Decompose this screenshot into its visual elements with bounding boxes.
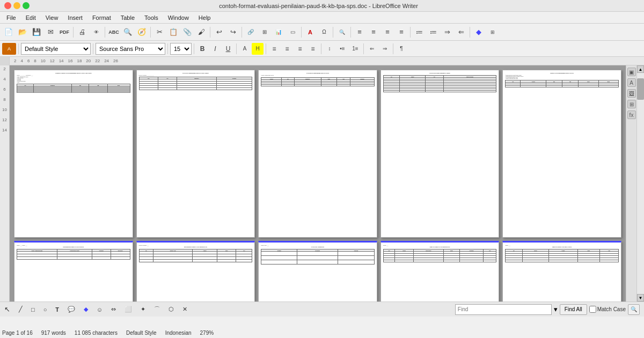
page-thumb-9[interactable]: Nama: ___ REKAP PENILAIAN MINGGUAN NoNam… bbox=[380, 241, 500, 302]
bold-button[interactable]: B bbox=[196, 43, 208, 55]
menu-help[interactable]: Help bbox=[194, 13, 215, 22]
draw-ellipse-icon[interactable]: ○ bbox=[43, 306, 47, 313]
copy-button[interactable]: 📋 bbox=[167, 26, 180, 39]
draw-rect-icon[interactable]: □ bbox=[31, 306, 35, 313]
fmt-num-list[interactable]: 1≡ bbox=[349, 43, 361, 55]
menu-file[interactable]: File bbox=[2, 13, 20, 22]
draw-delete-icon[interactable]: ✕ bbox=[182, 306, 187, 313]
draw-text-icon[interactable]: T bbox=[55, 306, 59, 313]
page-thumb-2[interactable]: CATATAN PERKEMBANGAN ANAK DIDIK Nama Lem… bbox=[136, 70, 255, 238]
underline-button[interactable]: U bbox=[222, 43, 234, 55]
sidebar-icon-4[interactable]: ⊞ bbox=[627, 100, 636, 108]
font-name-select[interactable]: Source Sans Pro bbox=[96, 43, 165, 55]
open-button[interactable]: 📂 bbox=[16, 26, 29, 39]
page-thumb-1[interactable]: FORMAT PENILAIAN PERKEMBANGAN ANAK USIA … bbox=[14, 70, 133, 238]
match-case-checkbox[interactable] bbox=[589, 306, 596, 313]
draw-curve-icon[interactable]: ⌒ bbox=[154, 305, 160, 313]
numbered-list-button[interactable]: ≔ bbox=[427, 26, 440, 39]
table-button[interactable]: ⊞ bbox=[258, 26, 271, 39]
preview-button[interactable]: 👁 bbox=[90, 26, 103, 39]
find2-button[interactable]: 🔍 bbox=[335, 26, 348, 39]
justify-button[interactable]: ≡ bbox=[395, 26, 408, 39]
highlight-button[interactable]: H bbox=[252, 43, 264, 55]
menu-insert[interactable]: Insert bbox=[63, 13, 87, 22]
pdf-button[interactable]: PDF bbox=[58, 26, 71, 39]
page-thumb-4[interactable]: DAFTAR HADIR PESERTA DIDIK NoNamaL/PTand… bbox=[380, 70, 500, 238]
save-button[interactable]: 💾 bbox=[30, 26, 43, 39]
draw-line-icon[interactable]: ╱ bbox=[19, 306, 23, 313]
fmt-outdent[interactable]: ⇐ bbox=[366, 43, 378, 55]
find-close-button[interactable]: 🔍 bbox=[628, 304, 640, 315]
scroll-up-button[interactable]: ▲ bbox=[637, 65, 644, 73]
sidebar-icon-1[interactable]: ▣ bbox=[627, 68, 636, 76]
fmt-align-right[interactable]: ≡ bbox=[294, 43, 306, 55]
styles-icon[interactable]: A bbox=[2, 43, 16, 55]
find-input[interactable] bbox=[455, 304, 552, 315]
format-paint-button[interactable]: 🖌 bbox=[195, 26, 208, 39]
fmt-bullet-list[interactable]: •≡ bbox=[336, 43, 348, 55]
menu-table[interactable]: Table bbox=[116, 13, 139, 22]
close-button[interactable] bbox=[4, 2, 11, 9]
draw-arrow-icon[interactable]: ⇔ bbox=[111, 306, 116, 313]
chart-button[interactable]: 📊 bbox=[272, 26, 285, 39]
menu-window[interactable]: Window bbox=[164, 13, 193, 22]
spell-button[interactable]: ABC bbox=[107, 26, 120, 39]
scroll-thumb[interactable] bbox=[637, 78, 644, 100]
email-button[interactable]: ✉ bbox=[44, 26, 57, 39]
fmt-align-center[interactable]: ≡ bbox=[281, 43, 293, 55]
draw-smiley-icon[interactable]: ☺ bbox=[97, 306, 103, 313]
outdent-button[interactable]: ⇐ bbox=[455, 26, 467, 39]
undo-button[interactable]: ↩ bbox=[213, 26, 225, 39]
indent-button[interactable]: ⇒ bbox=[441, 26, 453, 39]
draw-shape-icon[interactable]: ◆ bbox=[84, 306, 88, 313]
paste-button[interactable]: 📎 bbox=[181, 26, 194, 39]
extras-button[interactable]: ⊞ bbox=[486, 26, 499, 39]
fmt-align-left[interactable]: ≡ bbox=[268, 43, 280, 55]
vertical-scrollbar[interactable]: ▲ ▼ bbox=[636, 65, 644, 302]
frame-button[interactable]: ▭ bbox=[286, 26, 299, 39]
bullet-list-button[interactable]: ≔ bbox=[413, 26, 426, 39]
draw-select-icon[interactable]: ↖ bbox=[4, 305, 10, 313]
menu-format[interactable]: Format bbox=[88, 13, 115, 22]
fmt-indent[interactable]: ⇒ bbox=[379, 43, 391, 55]
sidebar-icon-3[interactable]: 🖼 bbox=[627, 89, 636, 98]
draw-callout-icon[interactable]: 💬 bbox=[68, 306, 75, 313]
align-right-button[interactable]: ≡ bbox=[381, 26, 394, 39]
sidebar-icon-2[interactable]: A bbox=[627, 78, 636, 87]
fontwork-button[interactable]: A bbox=[304, 26, 317, 39]
scroll-down-button[interactable]: ▼ bbox=[637, 294, 644, 302]
find-all-button[interactable]: Find All bbox=[560, 304, 587, 315]
menu-view[interactable]: View bbox=[41, 13, 63, 22]
paragraph-button[interactable]: ¶ bbox=[396, 43, 407, 55]
align-center-button[interactable]: ≡ bbox=[367, 26, 380, 39]
page-thumb-7[interactable]: Nama Lembaga: ___ PROSEDUR PENILAIAN MIN… bbox=[136, 241, 255, 302]
find-dropdown-button[interactable]: ▾ bbox=[554, 305, 558, 313]
paragraph-style-select[interactable]: Default Style bbox=[21, 43, 91, 55]
font-size-select[interactable]: 15 bbox=[170, 43, 192, 55]
page-thumb-6[interactable]: Nama: ___ Kelas: ___ PROSEDUR PENILAIAN … bbox=[14, 241, 133, 302]
page-thumb-3[interactable]: LAPORAN PERKEMBANGAN ANAK ASPEK PERKEMBA… bbox=[258, 70, 377, 238]
minimize-button[interactable] bbox=[13, 2, 20, 9]
fmt-justify[interactable]: ≡ bbox=[307, 43, 319, 55]
window-controls[interactable] bbox=[4, 2, 30, 9]
draw-flowchart-icon[interactable]: ⬜ bbox=[125, 306, 132, 313]
page-thumb-10[interactable]: Nama: ___ REKAP PENILAIAN BULANAN NoNama… bbox=[502, 241, 621, 302]
cut-button[interactable]: ✂ bbox=[153, 26, 166, 39]
print-button[interactable]: 🖨 bbox=[76, 26, 89, 39]
draw-3d-icon[interactable]: ⬡ bbox=[169, 306, 174, 313]
italic-button[interactable]: I bbox=[209, 43, 221, 55]
line-spacing-button[interactable]: ↕ bbox=[324, 43, 335, 55]
find-toolbar-button[interactable]: 🔍 bbox=[121, 26, 134, 39]
special-char-button[interactable]: Ω bbox=[318, 26, 331, 39]
redo-button[interactable]: ↪ bbox=[226, 26, 239, 39]
hyperlink-button[interactable]: 🔗 bbox=[244, 26, 257, 39]
page-thumb-8[interactable]: Nama Anak: ___ CATATAN ANEKDOT TanggalPe… bbox=[258, 241, 377, 302]
diamond-button[interactable]: ◆ bbox=[472, 26, 485, 39]
menu-edit[interactable]: Edit bbox=[21, 13, 40, 22]
font-color-button[interactable]: A bbox=[239, 43, 251, 55]
new-button[interactable]: 📄 bbox=[2, 26, 15, 39]
draw-star-icon[interactable]: ✦ bbox=[141, 306, 145, 313]
scroll-track[interactable] bbox=[637, 73, 644, 294]
menu-tools[interactable]: Tools bbox=[140, 13, 163, 22]
maximize-button[interactable] bbox=[23, 2, 30, 9]
